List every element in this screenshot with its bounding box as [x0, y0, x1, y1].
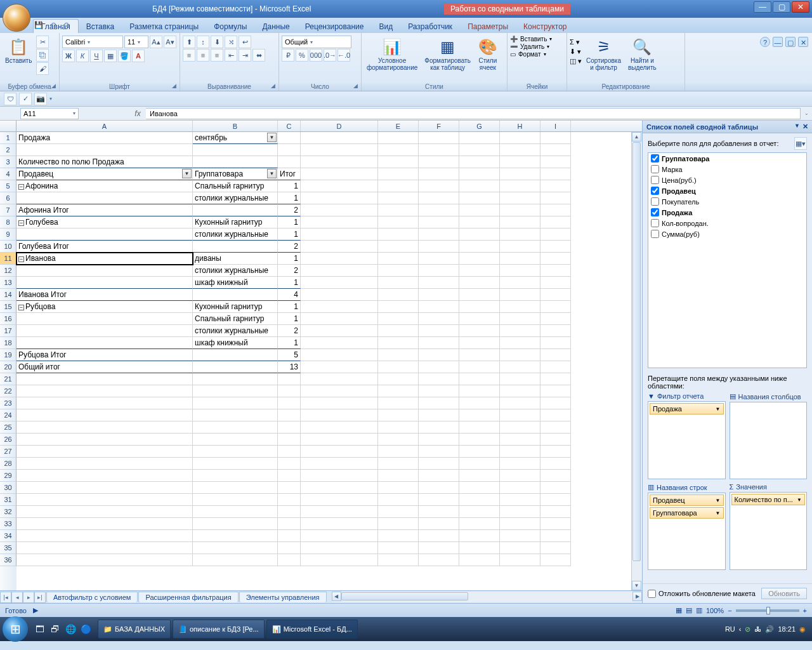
- prev-sheet-button[interactable]: ◂: [11, 592, 23, 603]
- tray-chevron-icon[interactable]: ‹: [739, 625, 742, 633]
- cell-G9[interactable]: [459, 229, 500, 241]
- scroll-left-button[interactable]: ◀: [332, 592, 341, 601]
- cell-F5[interactable]: [419, 180, 459, 192]
- cell-I32[interactable]: [540, 506, 571, 518]
- cut-button[interactable]: ✂: [36, 36, 49, 48]
- hscroll-thumb[interactable]: [341, 592, 468, 600]
- col-header-H[interactable]: H: [500, 121, 540, 131]
- cell-H5[interactable]: [500, 180, 540, 192]
- cell-E3[interactable]: [378, 156, 419, 168]
- cell-G28[interactable]: [459, 458, 500, 470]
- cell-E31[interactable]: [378, 494, 419, 506]
- cell-F3[interactable]: [419, 156, 459, 168]
- font-launcher[interactable]: ◢: [170, 82, 178, 90]
- field-Продавец[interactable]: Продавец: [648, 185, 806, 196]
- cell-F20[interactable]: [419, 361, 459, 373]
- cell-C28[interactable]: [278, 458, 301, 470]
- comma-button[interactable]: 000: [310, 49, 322, 62]
- cell-H27[interactable]: [500, 446, 540, 458]
- cell-I36[interactable]: [540, 554, 571, 566]
- col-header-I[interactable]: I: [540, 121, 571, 131]
- view-layout-button[interactable]: ▤: [686, 606, 692, 614]
- tray-orange-icon[interactable]: ◉: [799, 625, 806, 633]
- cell-A34[interactable]: [16, 530, 193, 542]
- cell-C22[interactable]: [278, 385, 301, 397]
- cell-E12[interactable]: [378, 265, 419, 277]
- cell-D29[interactable]: [301, 470, 378, 482]
- cell-D6[interactable]: [301, 192, 378, 204]
- cell-F33[interactable]: [419, 518, 459, 530]
- format-as-table-button[interactable]: ▦Форматировать как таблицу: [422, 36, 473, 72]
- font-color-button[interactable]: A: [132, 50, 145, 62]
- cell-F13[interactable]: [419, 277, 459, 289]
- percent-button[interactable]: %: [296, 49, 308, 62]
- cell-G25[interactable]: [459, 421, 500, 434]
- cell-H23[interactable]: [500, 397, 540, 409]
- cell-D26[interactable]: [301, 434, 378, 446]
- cell-E21[interactable]: [378, 373, 419, 385]
- cell-F4[interactable]: [419, 168, 459, 180]
- cell-G3[interactable]: [459, 156, 500, 168]
- cell-C19[interactable]: 5: [278, 349, 301, 361]
- qat-save-icon[interactable]: 💾: [33, 19, 44, 30]
- cell-I13[interactable]: [540, 277, 571, 289]
- scroll-down-button[interactable]: ▼: [632, 581, 641, 590]
- col-header-C[interactable]: C: [278, 121, 301, 131]
- clear-button[interactable]: ◫ ▾: [570, 57, 582, 65]
- cell-C20[interactable]: 13: [278, 361, 301, 373]
- increase-indent-button[interactable]: ⇥: [239, 49, 251, 62]
- cell-B31[interactable]: [193, 494, 278, 506]
- cell-C4[interactable]: Итог: [278, 168, 301, 180]
- cell-D33[interactable]: [301, 518, 378, 530]
- vertical-scrollbar[interactable]: ▲ ▼: [631, 132, 642, 590]
- cell-F14[interactable]: [419, 289, 459, 301]
- cell-C5[interactable]: 1: [278, 180, 301, 192]
- area-chip-Продавец[interactable]: Продавец▼: [650, 494, 724, 506]
- row-header-24[interactable]: 24: [0, 409, 16, 421]
- cell-F21[interactable]: [419, 373, 459, 385]
- cell-A7[interactable]: Афонина Итог: [16, 204, 193, 216]
- cell-E4[interactable]: [378, 168, 419, 180]
- cell-D9[interactable]: [301, 229, 378, 241]
- cell-D28[interactable]: [301, 458, 378, 470]
- maximize-button[interactable]: ▢: [773, 1, 790, 13]
- cell-C25[interactable]: [278, 421, 301, 434]
- cell-I16[interactable]: [540, 313, 571, 325]
- cell-B8[interactable]: Кухонный гарнитур: [193, 216, 278, 229]
- select-all-corner[interactable]: [0, 121, 16, 131]
- delete-cells-button[interactable]: Удалить: [520, 43, 544, 50]
- col-header-E[interactable]: E: [378, 121, 419, 131]
- expand-formula-bar[interactable]: ⌄: [801, 110, 812, 116]
- row-header-27[interactable]: 27: [0, 446, 16, 458]
- cell-B15[interactable]: Кухонный гарнитур: [193, 301, 278, 313]
- cell-I11[interactable]: [540, 253, 571, 265]
- row-header-31[interactable]: 31: [0, 494, 16, 506]
- cell-A5[interactable]: −Афонина: [16, 180, 193, 192]
- cell-A32[interactable]: [16, 506, 193, 518]
- cell-I31[interactable]: [540, 494, 571, 506]
- cell-H11[interactable]: [500, 253, 540, 265]
- cell-G33[interactable]: [459, 518, 500, 530]
- cell-D19[interactable]: [301, 349, 378, 361]
- cell-G10[interactable]: [459, 241, 500, 253]
- filter-dropdown[interactable]: ▼: [267, 169, 277, 178]
- field-list-dropdown-icon[interactable]: ▼: [794, 123, 800, 131]
- cell-H29[interactable]: [500, 470, 540, 482]
- cell-I25[interactable]: [540, 421, 571, 434]
- cell-C8[interactable]: 1: [278, 216, 301, 229]
- cell-I19[interactable]: [540, 349, 571, 361]
- cell-I8[interactable]: [540, 216, 571, 229]
- collapse-button[interactable]: −: [18, 256, 24, 262]
- cell-F8[interactable]: [419, 216, 459, 229]
- cell-E10[interactable]: [378, 241, 419, 253]
- cell-A20[interactable]: Общий итог: [16, 361, 193, 373]
- cell-F28[interactable]: [419, 458, 459, 470]
- cell-F17[interactable]: [419, 325, 459, 337]
- cell-D24[interactable]: [301, 409, 378, 421]
- tray-safely-remove-icon[interactable]: ⊘: [745, 625, 750, 633]
- field-list-layout-button[interactable]: ▦▾: [794, 137, 807, 150]
- cell-H26[interactable]: [500, 434, 540, 446]
- cell-F1[interactable]: [419, 132, 459, 144]
- cell-A25[interactable]: [16, 421, 193, 434]
- cell-I6[interactable]: [540, 192, 571, 204]
